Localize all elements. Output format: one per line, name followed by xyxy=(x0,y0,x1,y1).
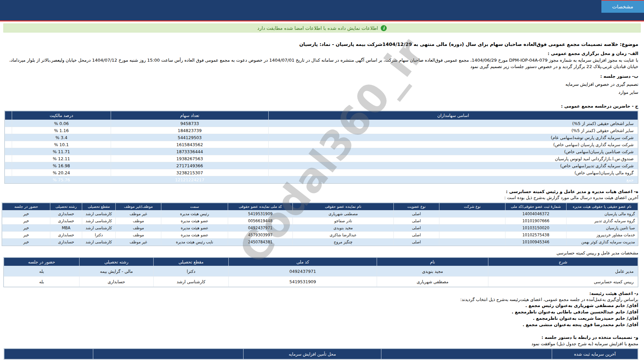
table-row: شرکت سرمایه گذاری پارسیان (سهامی خاص) 16… xyxy=(5,141,638,148)
degree: دکترا xyxy=(82,232,115,238)
col-field: رشته تحصیلی xyxy=(79,258,153,266)
col-capital-blank-1 xyxy=(381,349,552,359)
degree: کارشناسی ارشد xyxy=(82,239,115,245)
company-type xyxy=(439,225,505,231)
attendees-table: اسامی سهامداران تعداد سهام درصد مالکیت س… xyxy=(4,111,638,184)
membership-type: اصلی xyxy=(394,218,439,224)
presiding-member: آقای/ خانم عبدالحسین صادقی باطانی به‌عنو… xyxy=(6,309,638,315)
share-count: 1615843562 xyxy=(111,141,268,148)
table-row: شرکت صباتامین پارسیان(سهامی خاص) 1873336… xyxy=(5,148,638,155)
membership-type: اصلی xyxy=(394,225,439,231)
spacer-cell xyxy=(5,176,12,183)
section-b-title: ب- دستور جلسه : xyxy=(6,74,638,79)
section-d-intro: براساس رأی‌گیری به‌عمل‌آمده در جلسه مجمع… xyxy=(6,297,638,302)
top-header-bar: مشخصات xyxy=(0,0,644,21)
col-degree: مقطع تحصیلی xyxy=(154,258,228,266)
share-count: 2717149366 xyxy=(111,162,268,169)
agenda-item: سایر موارد xyxy=(6,90,638,95)
company-type xyxy=(439,239,505,245)
attendance: بله xyxy=(4,266,79,276)
shareholder-name: شرکت سرمایه گذاری تدبیر(سهامی خاص) xyxy=(269,162,638,169)
field: حسابداری xyxy=(79,277,153,287)
representative-id: 5419531909 xyxy=(228,210,292,217)
national-id: 5419531909 xyxy=(229,277,377,287)
national-id: 0492437971 xyxy=(229,266,377,276)
signature-match-banner: i اطلاعات نمایش داده شده با اطلاعات امضا… xyxy=(3,23,641,33)
share-count: 9458733 xyxy=(111,120,268,127)
registration-id: 10102575438 xyxy=(505,232,566,238)
ownership-percent: 16.98 % xyxy=(12,162,111,169)
share-count: 544129503 xyxy=(111,134,268,141)
col-capital-blank-3 xyxy=(4,349,93,359)
ownership-percent: 0.06 % xyxy=(12,120,111,127)
executive-status: موظف xyxy=(116,232,161,238)
col-last-registered-capital: آخرین سرمایه ثبت شده xyxy=(552,349,638,359)
board-members-table: نام عضو حقیقی یا حقوقی هیئت مدیره شمارۀ … xyxy=(2,202,638,246)
col-funding-source: محل تأمین افزایش سرمایه xyxy=(244,349,381,359)
col-representative-name: نام نماینده عضو حقوقی xyxy=(293,203,393,210)
col-description: شرح xyxy=(488,258,638,266)
section-e-title: ه- اعضای هیات مدیره و مدیر عامل و رئیس ک… xyxy=(6,189,638,194)
share-count: 1938267563 xyxy=(111,155,268,162)
managers-table: شرح نام کد ملی مقطع تحصیلی رشته تحصیلی ح… xyxy=(3,257,638,287)
field: MBA xyxy=(50,225,82,231)
table-row: صبا تامین پارسیان 10103150020 اصلی مجید … xyxy=(2,225,638,231)
col-ownership-percent: درصد مالکیت xyxy=(12,111,111,120)
share-count: 3238215307 xyxy=(111,169,268,176)
ownership-percent: 10.1 % xyxy=(12,141,111,148)
spacer-cell xyxy=(5,127,12,134)
representative-id: 0056619448 xyxy=(228,218,292,224)
position: عضو هیئت مدیره xyxy=(161,218,228,224)
member-name: مدیریت سرمایه گذاری کوثر بهمن xyxy=(567,239,638,245)
col-company-type: نوع شرکت xyxy=(439,203,505,210)
company-type xyxy=(439,210,505,217)
ownership-percent: 12.11 % xyxy=(12,155,111,162)
position: عضو هیئت مدیره xyxy=(161,232,228,238)
page: مشخصات i اطلاعات نمایش داده شده با اطلاع… xyxy=(0,0,644,362)
representative-name: عبدالرضا شاکری xyxy=(293,232,393,238)
table-header-row: اسامی سهامداران تعداد سهام درصد مالکیت xyxy=(5,111,638,120)
degree: کارشناسی ارشد xyxy=(154,277,228,287)
section-e-subtitle: آخرین اعضای هیئت مدیره درسال مالی مورد گ… xyxy=(6,195,638,200)
spacer-cell xyxy=(5,169,12,176)
ownership-percent: 1.16 % xyxy=(12,127,111,134)
member-name: خدمات مشاور خردپیروز xyxy=(567,232,638,238)
section-d-title: د- اعضای هیئت رئیسه: xyxy=(6,291,638,296)
report-body: موضوع: خلاصه تصمیمات مجمع عمومی فوق‌العا… xyxy=(6,40,638,360)
tab-specifications[interactable]: مشخصات xyxy=(601,0,644,13)
field: حسابداری xyxy=(50,210,82,217)
col-membership-type: نوع عضویت xyxy=(394,203,439,210)
section-c-title: ج - حاضرین درجلسه مجمع عمومی : xyxy=(6,104,638,109)
table-header-row: آخرین سرمایه ثبت شده محل تأمین افزایش سر… xyxy=(4,349,638,359)
shareholder-name: سایر اشخاص حقوقی (کمتر از 5%) xyxy=(269,127,638,134)
col-position: سمت xyxy=(161,203,228,210)
info-icon: i xyxy=(381,25,387,31)
executive-status: موظف xyxy=(116,218,161,224)
col-attendance: حضور در جلسه xyxy=(2,203,50,210)
capital-increase-table: آخرین سرمایه ثبت شده محل تأمین افزایش سر… xyxy=(4,348,638,360)
representative-id: 2450784381 xyxy=(228,239,292,245)
registration-id: 10100945346 xyxy=(505,239,566,245)
section-w-title: و- تصمیمات متخذه در رابطه با دستور جلسه … xyxy=(6,335,638,340)
spacer-cell xyxy=(5,148,12,155)
representative-name: مجید بنویدی xyxy=(293,225,393,231)
attendance: خیر xyxy=(2,232,50,238)
field: حسابداری xyxy=(50,218,82,224)
col-name: نام xyxy=(377,258,488,266)
banner-message: اطلاعات نمایش داده شده با اطلاعات امضا ش… xyxy=(257,25,378,31)
ownership-percent: 20.24 % xyxy=(12,169,111,176)
table-row: سایر اشخاص حقوقی (کمتر از 5%) 184823739 … xyxy=(5,127,638,134)
presiding-member: آقای/ خانم حمیدرضا شریعت به‌عنوان ناظرمج… xyxy=(6,315,638,321)
field: مالی - گرایش بیمه xyxy=(79,266,153,276)
shareholder-name: سایر اشخاص حقیقی (کمتر از 5%) xyxy=(269,120,638,127)
share-count: 1873336444 xyxy=(111,148,268,155)
degree: کارشناسی ارشد xyxy=(82,210,115,217)
company-type xyxy=(439,232,505,238)
membership-type: اصلی xyxy=(394,239,439,245)
registration-id: 14004046372 xyxy=(505,210,566,217)
role-description: مدیر عامل xyxy=(488,266,638,276)
position: عضو هیئت مدیره xyxy=(161,225,228,231)
member-name: صبا تامین پارسیان xyxy=(567,225,638,231)
membership-type: اصلی xyxy=(394,210,439,217)
executive-status: غیر موظف xyxy=(116,239,161,245)
